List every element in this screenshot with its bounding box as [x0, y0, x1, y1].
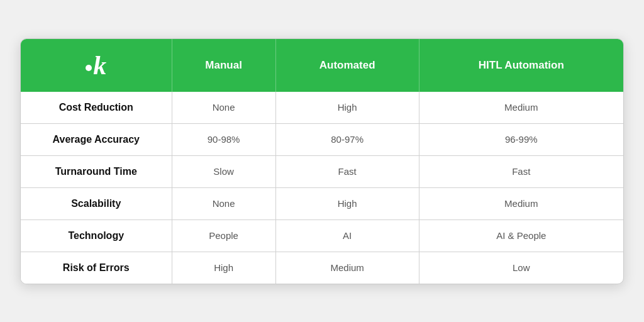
logo-dot: [86, 65, 92, 71]
table-row: Risk of ErrorsHighMediumLow: [21, 252, 623, 284]
table-row: TechnologyPeopleAIAI & People: [21, 219, 623, 252]
row-hitl: 96-99%: [419, 123, 623, 155]
row-label: Scalability: [21, 187, 172, 219]
row-label: Turnaround Time: [21, 155, 172, 187]
col-header-manual: Manual: [172, 39, 275, 92]
logo-cell: k: [21, 39, 172, 92]
comparison-table: k Manual Automated HITL Automation Cost …: [20, 38, 624, 284]
col-header-automated: Automated: [275, 39, 419, 92]
row-hitl: AI & People: [419, 219, 623, 252]
row-label: Cost Reduction: [21, 92, 172, 124]
row-manual: None: [172, 187, 275, 219]
row-manual: None: [172, 92, 275, 124]
row-manual: Slow: [172, 155, 275, 187]
row-manual: 90-98%: [172, 123, 275, 155]
row-manual: High: [172, 252, 275, 284]
row-automated: Medium: [275, 252, 419, 284]
table-row: Average Accuracy90-98%80-97%96-99%: [21, 123, 623, 155]
table-header-row: k Manual Automated HITL Automation: [21, 39, 623, 92]
row-label: Average Accuracy: [21, 123, 172, 155]
col-header-hitl: HITL Automation: [419, 39, 623, 92]
table-row: ScalabilityNoneHighMedium: [21, 187, 623, 219]
row-automated: High: [275, 187, 419, 219]
table-row: Cost ReductionNoneHighMedium: [21, 92, 623, 124]
table-row: Turnaround TimeSlowFastFast: [21, 155, 623, 187]
row-label: Technology: [21, 219, 172, 252]
row-hitl: Low: [419, 252, 623, 284]
logo-icon: k: [93, 50, 106, 80]
row-automated: 80-97%: [275, 123, 419, 155]
row-manual: People: [172, 219, 275, 252]
row-automated: Fast: [275, 155, 419, 187]
row-hitl: Fast: [419, 155, 623, 187]
row-automated: AI: [275, 219, 419, 252]
row-automated: High: [275, 92, 419, 124]
row-hitl: Medium: [419, 187, 623, 219]
row-hitl: Medium: [419, 92, 623, 124]
row-label: Risk of Errors: [21, 252, 172, 284]
